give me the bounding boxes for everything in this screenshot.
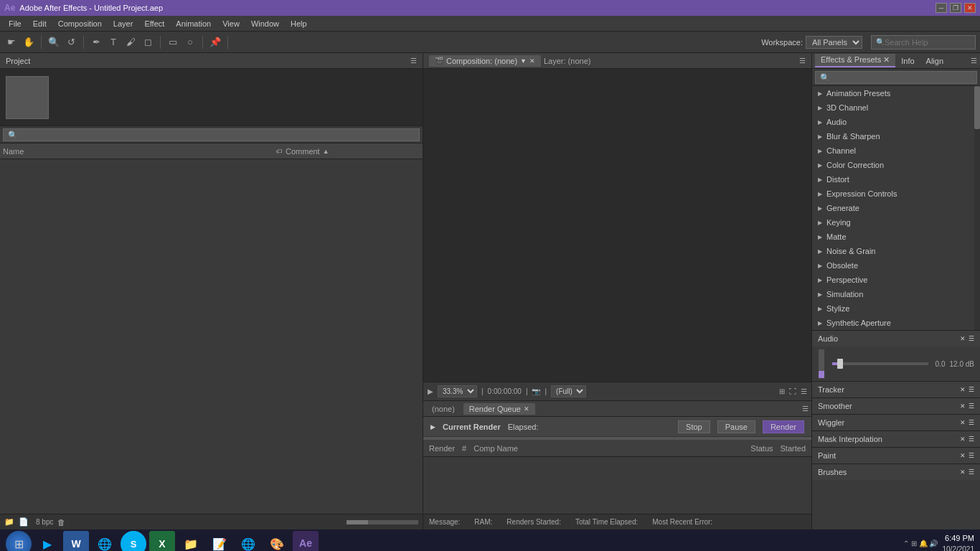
tracker-panel-menu[interactable]: ☰: [969, 386, 974, 393]
taskbar-paint[interactable]: 🎨: [264, 531, 290, 551]
tool-zoom[interactable]: 🔍: [47, 35, 61, 50]
menu-file[interactable]: File: [3, 18, 27, 29]
project-scrollbar-h[interactable]: [347, 520, 418, 524]
minimize-button[interactable]: ─: [936, 3, 947, 13]
menu-layer[interactable]: Layer: [108, 18, 139, 29]
zoom-select[interactable]: 33.3%: [438, 385, 477, 397]
effects-scrollbar-thumb[interactable]: [974, 86, 980, 129]
tool-shape-rect[interactable]: ▭: [166, 35, 180, 50]
effect-simulation[interactable]: ▶ Simulation: [812, 287, 974, 301]
taskbar-file-explorer[interactable]: 📁: [178, 531, 204, 551]
comp-panel-menu[interactable]: ☰: [799, 57, 806, 65]
project-panel-menu[interactable]: ☰: [410, 57, 417, 65]
pause-button[interactable]: Pause: [717, 420, 755, 433]
tracker-panel-close[interactable]: ✕: [960, 386, 966, 393]
brushes-panel-menu[interactable]: ☰: [969, 468, 974, 476]
audio-slider-container[interactable]: [829, 362, 931, 365]
effect-3d-channel[interactable]: ▶ 3D Channel: [812, 100, 974, 115]
mask-interp-close[interactable]: ✕: [960, 435, 966, 443]
effect-color-correction[interactable]: ▶ Color Correction: [812, 158, 974, 172]
quality-select[interactable]: (Full): [551, 385, 586, 397]
stop-button[interactable]: Stop: [678, 420, 710, 433]
menu-composition[interactable]: Composition: [52, 18, 108, 29]
right-panel-menu[interactable]: ☰: [971, 57, 977, 65]
tool-shape-ellipse[interactable]: ○: [183, 35, 197, 50]
effect-stylize[interactable]: ▶ Stylize: [812, 301, 974, 316]
restore-button[interactable]: ❐: [950, 3, 961, 13]
menu-animation[interactable]: Animation: [170, 18, 217, 29]
tab-info[interactable]: Info: [895, 55, 920, 67]
project-scrollbar-thumb-h[interactable]: [347, 520, 368, 524]
mask-interp-menu[interactable]: ☰: [969, 435, 974, 443]
search-help-input[interactable]: [885, 38, 971, 47]
effect-channel[interactable]: ▶ Channel: [812, 143, 974, 158]
brushes-panel-close[interactable]: ✕: [960, 468, 966, 476]
comp-ctrl-grid[interactable]: ⊞: [779, 387, 785, 395]
search-help-box[interactable]: 🔍: [871, 35, 976, 50]
tab-align[interactable]: Align: [920, 55, 949, 67]
menu-effect[interactable]: Effect: [138, 18, 170, 29]
effect-blur-sharpen[interactable]: ▶ Blur & Sharpen: [812, 129, 974, 143]
effect-distort[interactable]: ▶ Distort: [812, 172, 974, 187]
taskbar-chrome[interactable]: 🌐: [92, 531, 118, 551]
comp-panel-menu2[interactable]: ☰: [801, 387, 807, 395]
none-tab[interactable]: (none): [426, 403, 461, 415]
tool-pin[interactable]: 📌: [208, 35, 222, 50]
comp-tab-close[interactable]: ✕: [529, 57, 535, 65]
taskbar-word[interactable]: W: [63, 531, 89, 551]
render-queue-tab[interactable]: Render Queue ✕: [463, 403, 535, 415]
tool-text[interactable]: T: [106, 35, 121, 50]
menu-help[interactable]: Help: [285, 18, 313, 29]
effects-scrollbar[interactable]: [974, 86, 980, 330]
paint-panel-menu[interactable]: ☰: [969, 452, 974, 459]
audio-panel-menu[interactable]: ☰: [969, 335, 974, 342]
audio-track[interactable]: [832, 362, 928, 365]
wiggler-panel-close[interactable]: ✕: [960, 419, 966, 426]
tool-rotate[interactable]: ↺: [64, 35, 78, 50]
tool-pen[interactable]: ✒: [89, 35, 103, 50]
tab-effects-presets[interactable]: Effects & Presets ✕: [815, 54, 895, 67]
smoother-panel-menu[interactable]: ☰: [969, 402, 974, 410]
tool-hand[interactable]: ✋: [22, 35, 36, 50]
effect-matte[interactable]: ▶ Matte: [812, 230, 974, 244]
effect-animation-presets[interactable]: ▶ Animation Presets: [812, 86, 974, 100]
comp-tab[interactable]: 🎬 Composition: (none) ▼ ✕: [429, 55, 541, 67]
window-controls[interactable]: ─ ❐ ✕: [936, 3, 976, 13]
taskbar-media-player[interactable]: ▶: [34, 531, 60, 551]
effect-synthetic-aperture[interactable]: ▶ Synthetic Aperture: [812, 316, 974, 330]
tool-eraser[interactable]: ◻: [141, 35, 155, 50]
paint-panel-close[interactable]: ✕: [960, 452, 966, 459]
taskbar-chrome2[interactable]: 🌐: [235, 531, 261, 551]
taskbar-after-effects[interactable]: Ae: [293, 531, 319, 551]
workspace-select[interactable]: All Panels: [806, 36, 862, 49]
effects-search-input[interactable]: [815, 71, 977, 84]
effect-expression-controls[interactable]: ▶ Expression Controls: [812, 187, 974, 201]
comp-viewport[interactable]: [423, 69, 811, 382]
audio-thumb[interactable]: [837, 359, 843, 369]
new-comp-icon[interactable]: 📄: [19, 517, 29, 527]
smoother-panel-close[interactable]: ✕: [960, 402, 966, 410]
snap-icon[interactable]: 📷: [532, 387, 540, 395]
tool-brush[interactable]: 🖌: [123, 35, 138, 50]
project-search-bar[interactable]: [0, 126, 423, 143]
project-search-input[interactable]: [3, 128, 420, 141]
close-button[interactable]: ✕: [964, 3, 976, 13]
menu-edit[interactable]: Edit: [27, 18, 52, 29]
menu-window[interactable]: Window: [245, 18, 285, 29]
taskbar-excel[interactable]: X: [149, 531, 175, 551]
effect-noise-grain[interactable]: ▶ Noise & Grain: [812, 244, 974, 258]
effect-keying[interactable]: ▶ Keying: [812, 215, 974, 230]
audio-panel-close[interactable]: ✕: [960, 335, 966, 342]
menu-view[interactable]: View: [217, 18, 245, 29]
render-button[interactable]: Render: [763, 420, 804, 433]
new-folder-icon[interactable]: 📁: [4, 517, 14, 527]
comp-ctrl-zoom-fit[interactable]: ⛶: [789, 387, 796, 395]
taskbar-skype[interactable]: S: [121, 531, 146, 551]
start-button[interactable]: ⊞: [6, 531, 32, 551]
effects-search-bar[interactable]: [812, 69, 980, 86]
comp-ctrl-play[interactable]: ▶: [428, 387, 433, 395]
effect-perspective[interactable]: ▶ Perspective: [812, 273, 974, 287]
render-tab-close[interactable]: ✕: [524, 405, 529, 413]
render-panel-menu[interactable]: ☰: [802, 405, 809, 413]
effect-obsolete[interactable]: ▶ Obsolete: [812, 258, 974, 273]
